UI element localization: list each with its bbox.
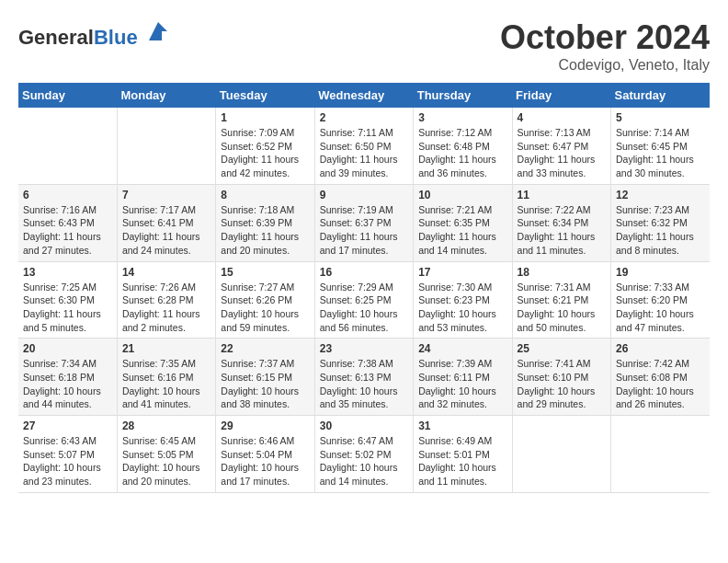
column-header-monday: Monday <box>117 83 215 108</box>
day-number: 13 <box>23 266 112 279</box>
calendar-cell: 10Sunrise: 7:21 AM Sunset: 6:35 PM Dayli… <box>414 184 512 261</box>
day-info: Sunrise: 7:35 AM Sunset: 6:16 PM Dayligh… <box>122 357 210 411</box>
calendar-table: SundayMondayTuesdayWednesdayThursdayFrid… <box>18 83 710 493</box>
day-number: 11 <box>518 189 606 201</box>
day-number: 31 <box>418 419 506 432</box>
calendar-cell: 21Sunrise: 7:35 AM Sunset: 6:16 PM Dayli… <box>117 339 215 416</box>
day-info: Sunrise: 6:43 AM Sunset: 5:07 PM Dayligh… <box>23 434 112 488</box>
day-number: 24 <box>418 342 506 355</box>
location-title: Codevigo, Veneto, Italy <box>500 57 710 74</box>
day-number: 22 <box>221 342 309 355</box>
logo-general-text: General <box>18 26 94 49</box>
day-info: Sunrise: 6:47 AM Sunset: 5:02 PM Dayligh… <box>320 434 408 488</box>
calendar-cell: 26Sunrise: 7:42 AM Sunset: 6:08 PM Dayli… <box>611 339 710 416</box>
calendar-cell: 22Sunrise: 7:37 AM Sunset: 6:15 PM Dayli… <box>216 339 314 416</box>
column-header-thursday: Thursday <box>414 83 512 108</box>
day-number: 29 <box>221 419 309 432</box>
calendar-cell: 4Sunrise: 7:13 AM Sunset: 6:47 PM Daylig… <box>512 108 610 184</box>
calendar-cell: 5Sunrise: 7:14 AM Sunset: 6:45 PM Daylig… <box>611 108 710 184</box>
calendar-header-row: SundayMondayTuesdayWednesdayThursdayFrid… <box>18 83 710 108</box>
calendar-cell: 30Sunrise: 6:47 AM Sunset: 5:02 PM Dayli… <box>314 416 413 493</box>
day-info: Sunrise: 7:19 AM Sunset: 6:37 PM Dayligh… <box>320 203 408 258</box>
calendar-cell: 15Sunrise: 7:27 AM Sunset: 6:26 PM Dayli… <box>216 261 314 339</box>
day-number: 3 <box>418 111 506 124</box>
calendar-cell: 16Sunrise: 7:29 AM Sunset: 6:25 PM Dayli… <box>314 261 413 339</box>
day-info: Sunrise: 7:41 AM Sunset: 6:10 PM Dayligh… <box>518 357 606 411</box>
calendar-cell: 9Sunrise: 7:19 AM Sunset: 6:37 PM Daylig… <box>314 184 413 261</box>
day-number: 25 <box>518 342 606 355</box>
calendar-cell: 29Sunrise: 6:46 AM Sunset: 5:04 PM Dayli… <box>216 416 314 493</box>
calendar-cell: 20Sunrise: 7:34 AM Sunset: 6:18 PM Dayli… <box>18 339 117 416</box>
day-info: Sunrise: 7:18 AM Sunset: 6:39 PM Dayligh… <box>221 203 309 258</box>
day-info: Sunrise: 7:13 AM Sunset: 6:47 PM Dayligh… <box>518 126 606 180</box>
day-number: 2 <box>320 111 408 124</box>
title-block: October 2024 Codevigo, Veneto, Italy <box>500 18 710 74</box>
day-info: Sunrise: 6:46 AM Sunset: 5:04 PM Dayligh… <box>221 434 309 488</box>
calendar-cell: 25Sunrise: 7:41 AM Sunset: 6:10 PM Dayli… <box>512 339 610 416</box>
day-number: 4 <box>518 111 606 124</box>
calendar-cell: 1Sunrise: 7:09 AM Sunset: 6:52 PM Daylig… <box>216 108 314 184</box>
logo-icon <box>145 18 171 44</box>
day-info: Sunrise: 7:31 AM Sunset: 6:21 PM Dayligh… <box>518 281 606 335</box>
day-info: Sunrise: 7:26 AM Sunset: 6:28 PM Dayligh… <box>122 281 210 335</box>
page-header: GeneralBlue October 2024 Codevigo, Venet… <box>18 18 710 74</box>
day-info: Sunrise: 7:30 AM Sunset: 6:23 PM Dayligh… <box>418 281 506 335</box>
day-number: 5 <box>616 111 705 124</box>
day-number: 7 <box>122 189 210 201</box>
calendar-body: 1Sunrise: 7:09 AM Sunset: 6:52 PM Daylig… <box>18 108 710 492</box>
day-number: 1 <box>221 111 309 124</box>
day-info: Sunrise: 7:11 AM Sunset: 6:50 PM Dayligh… <box>320 126 408 180</box>
day-number: 28 <box>122 419 210 432</box>
day-info: Sunrise: 7:38 AM Sunset: 6:13 PM Dayligh… <box>320 357 408 411</box>
column-header-friday: Friday <box>512 83 610 108</box>
calendar-cell <box>611 416 710 493</box>
month-title: October 2024 <box>500 18 710 57</box>
day-info: Sunrise: 7:29 AM Sunset: 6:25 PM Dayligh… <box>320 281 408 335</box>
day-number: 19 <box>616 266 705 279</box>
day-info: Sunrise: 7:12 AM Sunset: 6:48 PM Dayligh… <box>418 126 506 180</box>
day-number: 18 <box>518 266 606 279</box>
calendar-week-row: 1Sunrise: 7:09 AM Sunset: 6:52 PM Daylig… <box>18 108 710 184</box>
calendar-cell: 11Sunrise: 7:22 AM Sunset: 6:34 PM Dayli… <box>512 184 610 261</box>
day-info: Sunrise: 7:42 AM Sunset: 6:08 PM Dayligh… <box>616 357 705 411</box>
column-header-tuesday: Tuesday <box>216 83 314 108</box>
day-number: 20 <box>23 342 112 355</box>
calendar-cell: 7Sunrise: 7:17 AM Sunset: 6:41 PM Daylig… <box>117 184 215 261</box>
calendar-cell: 27Sunrise: 6:43 AM Sunset: 5:07 PM Dayli… <box>18 416 117 493</box>
day-number: 21 <box>122 342 210 355</box>
calendar-cell: 19Sunrise: 7:33 AM Sunset: 6:20 PM Dayli… <box>611 261 710 339</box>
calendar-cell: 3Sunrise: 7:12 AM Sunset: 6:48 PM Daylig… <box>414 108 512 184</box>
day-number: 27 <box>23 419 112 432</box>
day-number: 17 <box>418 266 506 279</box>
calendar-cell: 8Sunrise: 7:18 AM Sunset: 6:39 PM Daylig… <box>216 184 314 261</box>
calendar-cell <box>18 108 117 184</box>
day-info: Sunrise: 7:25 AM Sunset: 6:30 PM Dayligh… <box>23 281 112 335</box>
logo-blue-text: Blue <box>94 26 138 49</box>
calendar-cell: 14Sunrise: 7:26 AM Sunset: 6:28 PM Dayli… <box>117 261 215 339</box>
calendar-week-row: 6Sunrise: 7:16 AM Sunset: 6:43 PM Daylig… <box>18 184 710 261</box>
day-number: 30 <box>320 419 408 432</box>
column-header-wednesday: Wednesday <box>314 83 413 108</box>
day-number: 10 <box>418 189 506 201</box>
calendar-cell: 12Sunrise: 7:23 AM Sunset: 6:32 PM Dayli… <box>611 184 710 261</box>
calendar-week-row: 20Sunrise: 7:34 AM Sunset: 6:18 PM Dayli… <box>18 339 710 416</box>
day-info: Sunrise: 7:16 AM Sunset: 6:43 PM Dayligh… <box>23 203 112 258</box>
column-header-saturday: Saturday <box>611 83 710 108</box>
day-info: Sunrise: 7:21 AM Sunset: 6:35 PM Dayligh… <box>418 203 506 258</box>
calendar-week-row: 13Sunrise: 7:25 AM Sunset: 6:30 PM Dayli… <box>18 261 710 339</box>
calendar-cell: 24Sunrise: 7:39 AM Sunset: 6:11 PM Dayli… <box>414 339 512 416</box>
calendar-cell: 17Sunrise: 7:30 AM Sunset: 6:23 PM Dayli… <box>414 261 512 339</box>
day-info: Sunrise: 7:22 AM Sunset: 6:34 PM Dayligh… <box>518 203 606 258</box>
day-info: Sunrise: 7:39 AM Sunset: 6:11 PM Dayligh… <box>418 357 506 411</box>
day-info: Sunrise: 7:14 AM Sunset: 6:45 PM Dayligh… <box>616 126 705 180</box>
logo: GeneralBlue <box>18 18 171 49</box>
calendar-cell: 31Sunrise: 6:49 AM Sunset: 5:01 PM Dayli… <box>414 416 512 493</box>
day-number: 6 <box>23 189 112 201</box>
calendar-cell: 6Sunrise: 7:16 AM Sunset: 6:43 PM Daylig… <box>18 184 117 261</box>
day-number: 16 <box>320 266 408 279</box>
calendar-cell: 18Sunrise: 7:31 AM Sunset: 6:21 PM Dayli… <box>512 261 610 339</box>
day-number: 14 <box>122 266 210 279</box>
day-info: Sunrise: 7:37 AM Sunset: 6:15 PM Dayligh… <box>221 357 309 411</box>
day-info: Sunrise: 7:09 AM Sunset: 6:52 PM Dayligh… <box>221 126 309 180</box>
calendar-cell: 28Sunrise: 6:45 AM Sunset: 5:05 PM Dayli… <box>117 416 215 493</box>
